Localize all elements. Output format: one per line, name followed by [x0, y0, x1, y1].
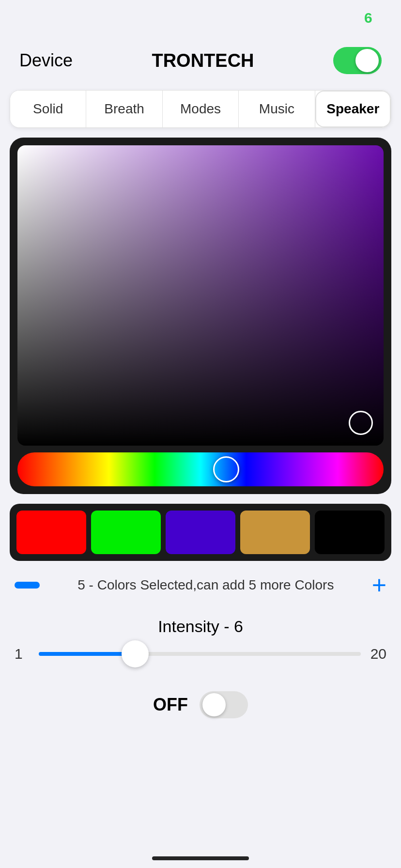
tab-music[interactable]: Music	[239, 91, 315, 127]
status-bar: 6	[0, 0, 401, 39]
tab-speaker[interactable]: Speaker	[315, 91, 391, 127]
color-picker-container	[10, 138, 391, 494]
swatch-black[interactable]	[315, 511, 385, 554]
tab-breath[interactable]: Breath	[86, 91, 162, 127]
intensity-slider-fill	[39, 652, 135, 656]
battery-icon: 6	[364, 11, 382, 28]
tab-modes[interactable]: Modes	[163, 91, 239, 127]
gradient-cursor[interactable]	[349, 411, 373, 435]
home-indicator	[152, 856, 249, 860]
off-toggle-knob	[202, 693, 226, 716]
page-title: TRONTECH	[152, 50, 254, 71]
slider-min: 1	[15, 646, 29, 662]
colors-info-row: 5 - Colors Selected,can add 5 more Color…	[15, 573, 386, 598]
swatch-green[interactable]	[91, 511, 161, 554]
remove-color-button[interactable]	[15, 582, 40, 589]
off-section: OFF	[0, 691, 401, 718]
colors-info-text: 5 - Colors Selected,can add 5 more Color…	[47, 577, 364, 593]
add-color-button[interactable]: +	[372, 573, 386, 598]
hue-slider[interactable]	[17, 452, 384, 486]
intensity-section: Intensity - 6 1 20	[15, 617, 386, 662]
slider-max: 20	[370, 646, 386, 662]
intensity-label: Intensity - 6	[15, 617, 386, 636]
swatch-red[interactable]	[16, 511, 86, 554]
hue-cursor[interactable]	[213, 456, 239, 482]
tab-solid[interactable]: Solid	[10, 91, 86, 127]
intensity-slider-thumb[interactable]	[122, 640, 149, 667]
tabs-container: Solid Breath Modes Music Speaker	[0, 82, 401, 128]
toggle-knob	[355, 49, 379, 72]
off-label: OFF	[153, 695, 188, 715]
color-gradient[interactable]	[17, 145, 384, 446]
off-toggle[interactable]	[200, 691, 248, 718]
intensity-slider-row: 1 20	[15, 646, 386, 662]
device-label: Device	[19, 50, 73, 71]
intensity-slider-track[interactable]	[39, 652, 361, 656]
header: Device TRONTECH	[0, 39, 401, 82]
swatch-gold[interactable]	[240, 511, 310, 554]
swatches-container	[10, 504, 391, 561]
tabs: Solid Breath Modes Music Speaker	[10, 90, 391, 128]
device-toggle[interactable]	[333, 47, 382, 74]
swatch-purple[interactable]	[166, 511, 235, 554]
